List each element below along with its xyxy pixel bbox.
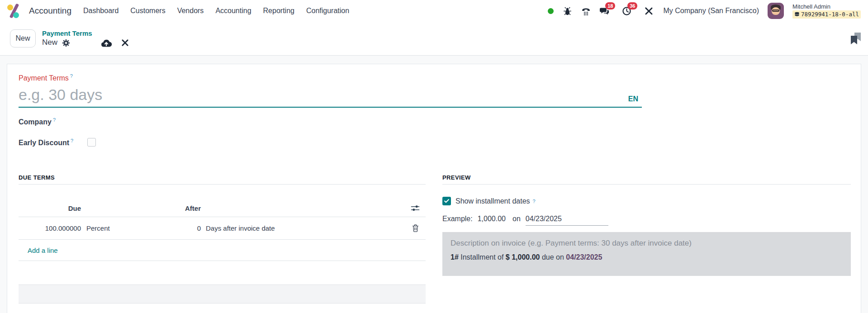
company-switcher[interactable]: My Company (San Francisco) xyxy=(663,7,759,15)
installment-amount: $ 1,000.00 xyxy=(506,253,540,261)
database-version: 78929941-18-0-all xyxy=(801,11,859,18)
voip-phone-icon[interactable] xyxy=(581,6,591,16)
table-blank-area xyxy=(19,261,426,285)
show-installment-checkbox[interactable] xyxy=(442,197,451,205)
breadcrumb: Payment Terms New xyxy=(42,29,129,48)
navbar-left: Accounting Dashboard Customers Vendors A… xyxy=(7,4,349,18)
due-terms-group: DUE TERMS Due After 100.000000 Percent 0… xyxy=(19,174,426,304)
breadcrumb-current: New xyxy=(42,38,57,47)
example-date-field[interactable]: 04/23/2025 xyxy=(526,215,608,226)
example-on-text: on xyxy=(512,215,521,223)
due-type-cell[interactable]: Percent xyxy=(81,224,165,232)
systray: 18 36 My Company (San Francisco) Mitchel… xyxy=(548,3,861,19)
bug-icon[interactable] xyxy=(562,6,572,16)
table-footer-band xyxy=(19,285,426,304)
company-label: Company xyxy=(19,118,52,126)
bookmark-icon[interactable] xyxy=(851,33,861,44)
logo-teal-dot xyxy=(13,12,19,18)
top-navbar: Accounting Dashboard Customers Vendors A… xyxy=(0,0,868,22)
database-icon xyxy=(794,12,800,17)
new-button[interactable]: New xyxy=(10,29,36,47)
delay-type-cell[interactable]: Days after invoice date xyxy=(201,224,405,232)
example-label: Example: xyxy=(442,215,473,223)
avatar-glasses xyxy=(772,9,779,12)
installment-text2: due on xyxy=(542,253,564,261)
help-icon[interactable]: ? xyxy=(533,199,536,204)
due-value-cell[interactable]: 100.000000 xyxy=(19,224,81,232)
after-days-cell[interactable]: 0 xyxy=(165,224,201,232)
menu-configuration[interactable]: Configuration xyxy=(306,7,349,15)
show-installment-label: Show installment dates xyxy=(455,197,530,205)
table-row[interactable]: 100.000000 Percent 0 Days after invoice … xyxy=(19,217,426,240)
messages-count-badge: 18 xyxy=(605,2,615,9)
menu-reporting[interactable]: Reporting xyxy=(263,7,294,15)
payment-terms-field: EN xyxy=(19,83,642,108)
app-title[interactable]: Accounting xyxy=(29,6,71,16)
installment-text1: Installment of xyxy=(460,253,503,261)
help-icon[interactable]: ? xyxy=(70,73,73,79)
installment-preview-line: 1# Installment of $ 1,000.00 due on 04/2… xyxy=(451,253,843,261)
delete-row-trash-icon[interactable] xyxy=(412,224,419,232)
company-field-row: Company? xyxy=(19,117,56,126)
accounting-app-icon[interactable] xyxy=(7,4,21,18)
discard-x-icon[interactable] xyxy=(121,39,129,47)
translation-badge[interactable]: EN xyxy=(628,95,638,103)
online-status-icon xyxy=(548,8,554,14)
form-sheet: Payment Terms? EN Company? Early Discoun… xyxy=(7,64,861,313)
bookmark-front xyxy=(851,36,857,44)
menu-accounting[interactable]: Accounting xyxy=(215,7,251,15)
content-area: Payment Terms? EN Company? Early Discoun… xyxy=(0,56,868,313)
activities-clock-icon[interactable]: 36 xyxy=(621,6,631,16)
activities-count-badge: 36 xyxy=(627,2,637,9)
add-line-row: Add a line xyxy=(19,240,426,261)
preview-group: PREVIEW Show installment dates? Example:… xyxy=(442,174,851,276)
messages-icon[interactable]: 18 xyxy=(599,6,609,16)
preview-title: PREVIEW xyxy=(442,174,851,185)
note-placeholder: Description on invoice (e.g. Payment ter… xyxy=(451,239,843,248)
control-panel: New Payment Terms New xyxy=(0,22,868,56)
save-cloud-icon[interactable] xyxy=(100,38,112,48)
payment-terms-label-text: Payment Terms xyxy=(19,74,69,82)
user-name: Mitchell Admin xyxy=(792,3,861,10)
payment-terms-label: Payment Terms? xyxy=(19,73,73,82)
user-avatar[interactable] xyxy=(768,3,784,19)
column-after[interactable]: After xyxy=(165,204,201,212)
menu-dashboard[interactable]: Dashboard xyxy=(83,7,119,15)
due-terms-title: DUE TERMS xyxy=(19,174,426,185)
menu-vendors[interactable]: Vendors xyxy=(177,7,204,15)
check-icon xyxy=(444,198,450,204)
tools-icon[interactable] xyxy=(644,6,654,16)
optional-columns-icon[interactable] xyxy=(410,204,420,213)
logo-yellow-dot xyxy=(7,5,13,10)
help-icon[interactable]: ? xyxy=(53,117,56,123)
breadcrumb-payment-terms[interactable]: Payment Terms xyxy=(42,29,129,38)
early-discount-field-row: Early Discount? xyxy=(19,138,73,147)
early-discount-checkbox[interactable] xyxy=(87,138,96,147)
add-a-line-link[interactable]: Add a line xyxy=(28,247,58,254)
example-row: Example: 1,000.00 on 04/23/2025 xyxy=(442,215,851,226)
early-discount-label: Early Discount xyxy=(19,139,69,147)
column-due[interactable]: Due xyxy=(19,204,81,212)
installment-date: 04/23/2025 xyxy=(566,253,602,261)
due-terms-table-header: Due After xyxy=(19,200,426,217)
gear-icon[interactable] xyxy=(62,38,71,47)
payment-terms-input[interactable] xyxy=(19,83,642,106)
installment-index: 1# xyxy=(451,253,459,261)
help-icon[interactable]: ? xyxy=(71,138,73,143)
database-version-badge: 78929941-18-0-all xyxy=(792,10,861,19)
show-installment-row: Show installment dates? xyxy=(442,197,851,205)
invoice-description-box[interactable]: Description on invoice (e.g. Payment ter… xyxy=(442,232,851,276)
menu-customers[interactable]: Customers xyxy=(130,7,165,15)
example-amount-field[interactable]: 1,000.00 xyxy=(478,215,506,223)
user-menu[interactable]: Mitchell Admin 78929941-18-0-all xyxy=(792,3,861,19)
